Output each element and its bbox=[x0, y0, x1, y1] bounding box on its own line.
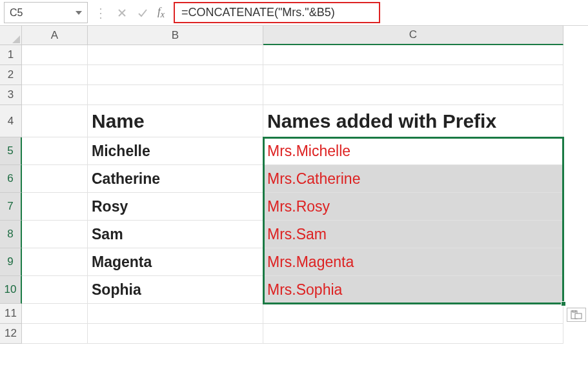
chevron-down-icon[interactable] bbox=[76, 11, 82, 15]
svg-rect-1 bbox=[573, 310, 576, 312]
name-box-value: C5 bbox=[10, 7, 23, 19]
cell-C7[interactable]: Mrs.Rosy bbox=[263, 193, 563, 221]
cell-A12[interactable] bbox=[22, 324, 88, 344]
cell-A3[interactable] bbox=[22, 85, 88, 105]
row-header-11[interactable]: 11 bbox=[0, 304, 22, 324]
formula-bar: C5 ⋮ fx =CONCATENATE("Mrs."&B5) bbox=[0, 0, 588, 26]
cell-C6[interactable]: Mrs.Catherine bbox=[263, 165, 563, 193]
row-header-5[interactable]: 5 bbox=[0, 137, 22, 165]
row-headers: 123456789101112 bbox=[0, 45, 22, 344]
row-header-3[interactable]: 3 bbox=[0, 85, 22, 105]
separator-icon: ⋮ bbox=[92, 5, 110, 21]
cell-B6[interactable]: Catherine bbox=[88, 165, 263, 193]
cell-C2[interactable] bbox=[263, 65, 563, 85]
cell-C10[interactable]: Mrs.Sophia bbox=[263, 276, 563, 304]
formula-text: =CONCATENATE("Mrs."&B5) bbox=[181, 6, 335, 19]
name-box[interactable]: C5 bbox=[4, 2, 88, 23]
column-headers: A B C bbox=[22, 26, 563, 45]
cell-A1[interactable] bbox=[22, 45, 88, 65]
row-header-10[interactable]: 10 bbox=[0, 276, 22, 304]
cell-A11[interactable] bbox=[22, 304, 88, 324]
enter-icon[interactable] bbox=[134, 8, 151, 18]
row-header-1[interactable]: 1 bbox=[0, 45, 22, 65]
cell-A2[interactable] bbox=[22, 65, 88, 85]
cell-A4[interactable] bbox=[22, 105, 88, 137]
cell-B7[interactable]: Rosy bbox=[88, 193, 263, 221]
cell-C5[interactable]: Mrs.Michelle bbox=[263, 137, 563, 165]
row-header-12[interactable]: 12 bbox=[0, 324, 22, 344]
cell-B3[interactable] bbox=[88, 85, 263, 105]
column-header-a[interactable]: A bbox=[22, 26, 88, 45]
svg-rect-2 bbox=[575, 313, 582, 319]
select-all-corner[interactable] bbox=[0, 26, 22, 45]
row-header-4[interactable]: 4 bbox=[0, 105, 22, 137]
cell-C11[interactable] bbox=[263, 304, 563, 324]
fx-icon[interactable]: fx bbox=[155, 5, 170, 20]
row-header-7[interactable]: 7 bbox=[0, 193, 22, 221]
cell-C3[interactable] bbox=[263, 85, 563, 105]
row-header-6[interactable]: 6 bbox=[0, 165, 22, 193]
row-header-2[interactable]: 2 bbox=[0, 65, 22, 85]
cell-B12[interactable] bbox=[88, 324, 263, 344]
cells-area: NameNames added with PrefixMichelleMrs.M… bbox=[22, 45, 563, 344]
cell-B4[interactable]: Name bbox=[88, 105, 263, 137]
cell-C1[interactable] bbox=[263, 45, 563, 65]
cell-B1[interactable] bbox=[88, 45, 263, 65]
cell-A10[interactable] bbox=[22, 276, 88, 304]
cell-A8[interactable] bbox=[22, 221, 88, 248]
paste-options-button[interactable] bbox=[567, 308, 586, 322]
fill-handle[interactable] bbox=[561, 301, 566, 306]
cell-B5[interactable]: Michelle bbox=[88, 137, 263, 165]
cell-C9[interactable]: Mrs.Magenta bbox=[263, 248, 563, 276]
cell-A6[interactable] bbox=[22, 165, 88, 193]
cell-C12[interactable] bbox=[263, 324, 563, 344]
row-header-8[interactable]: 8 bbox=[0, 221, 22, 248]
cell-A9[interactable] bbox=[22, 248, 88, 276]
formula-input[interactable]: =CONCATENATE("Mrs."&B5) bbox=[174, 2, 380, 23]
cell-A5[interactable] bbox=[22, 137, 88, 165]
cell-B8[interactable]: Sam bbox=[88, 221, 263, 248]
cancel-icon[interactable] bbox=[114, 8, 130, 18]
cell-B10[interactable]: Sophia bbox=[88, 276, 263, 304]
cell-C4[interactable]: Names added with Prefix bbox=[263, 105, 563, 137]
cell-A7[interactable] bbox=[22, 193, 88, 221]
column-header-c[interactable]: C bbox=[263, 26, 563, 45]
column-header-b[interactable]: B bbox=[88, 26, 263, 45]
cell-C8[interactable]: Mrs.Sam bbox=[263, 221, 563, 248]
row-header-9[interactable]: 9 bbox=[0, 248, 22, 276]
cell-B2[interactable] bbox=[88, 65, 263, 85]
cell-B11[interactable] bbox=[88, 304, 263, 324]
cell-B9[interactable]: Magenta bbox=[88, 248, 263, 276]
